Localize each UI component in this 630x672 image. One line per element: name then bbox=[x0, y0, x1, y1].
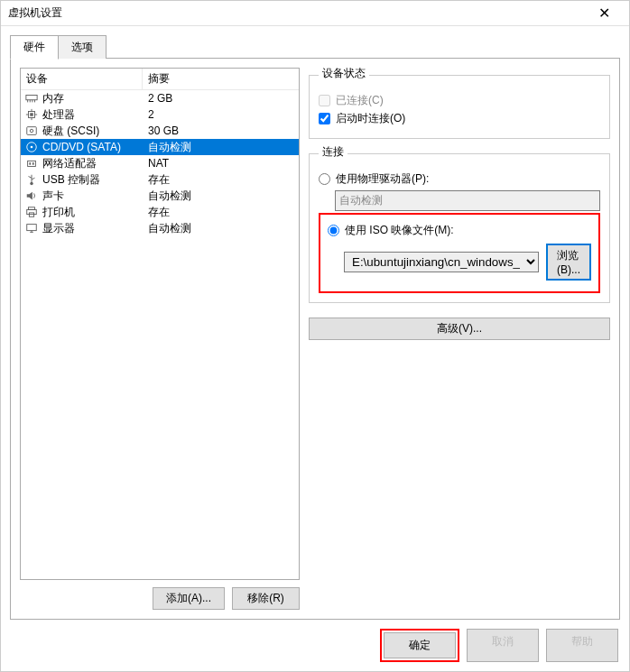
disk-icon bbox=[23, 124, 41, 137]
hardware-device-label: 处理器 bbox=[41, 107, 143, 123]
connect-poweron-row[interactable]: 启动时连接(O) bbox=[319, 111, 600, 126]
tab-strip: 硬件 选项 bbox=[10, 35, 620, 59]
connect-poweron-checkbox[interactable] bbox=[319, 113, 330, 124]
hardware-summary-label: 自动检测 bbox=[143, 140, 299, 155]
hardware-device-label: 声卡 bbox=[41, 189, 143, 204]
connect-poweron-label: 启动时连接(O) bbox=[336, 111, 405, 126]
hardware-summary-label: 自动检测 bbox=[143, 189, 299, 204]
printer-icon bbox=[23, 206, 41, 218]
svg-rect-0 bbox=[26, 96, 37, 100]
remove-button[interactable]: 移除(R) bbox=[232, 587, 300, 610]
svg-marker-22 bbox=[27, 192, 32, 200]
advanced-button[interactable]: 高级(V)... bbox=[309, 318, 610, 340]
device-status-legend: 设备状态 bbox=[319, 66, 369, 81]
hardware-device-label: 硬盘 (SCSI) bbox=[41, 124, 143, 139]
hardware-row-memory[interactable]: 内存 2 GB bbox=[21, 90, 299, 106]
connected-checkbox bbox=[319, 95, 330, 106]
connection-legend: 连接 bbox=[319, 144, 347, 160]
connection-group: 连接 使用物理驱动器(P): 自动检测 使用 ISO 映像文件(M): bbox=[309, 146, 610, 303]
add-button[interactable]: 添加(A)... bbox=[153, 587, 225, 610]
svg-rect-16 bbox=[29, 162, 31, 165]
browse-button[interactable]: 浏览(B)... bbox=[546, 244, 591, 281]
hardware-row-cpu[interactable]: 处理器 2 bbox=[21, 106, 299, 123]
tab-options[interactable]: 选项 bbox=[58, 35, 107, 59]
svg-rect-26 bbox=[27, 225, 37, 231]
hardware-summary-label: 2 GB bbox=[143, 92, 299, 105]
iso-path-dropdown[interactable]: E:\ubuntujinxiang\cn_windows_ bbox=[344, 252, 539, 272]
ok-button[interactable]: 确定 bbox=[384, 632, 456, 658]
hardware-row-cd[interactable]: CD/DVD (SATA) 自动检测 bbox=[21, 139, 299, 155]
hardware-row-sound[interactable]: 声卡 自动检测 bbox=[21, 188, 299, 204]
hardware-row-disk[interactable]: 硬盘 (SCSI) 30 GB bbox=[21, 123, 299, 139]
hardware-device-label: 内存 bbox=[41, 91, 143, 106]
hardware-row-display[interactable]: 显示器 自动检测 bbox=[21, 220, 299, 236]
window-title: 虚拟机设置 bbox=[8, 5, 586, 21]
hardware-device-label: 打印机 bbox=[41, 205, 143, 220]
display-icon bbox=[23, 222, 41, 235]
iso-radio-row[interactable]: 使用 ISO 映像文件(M): bbox=[328, 223, 591, 238]
svg-rect-6 bbox=[30, 113, 33, 116]
hardware-summary-label: 2 bbox=[143, 108, 299, 121]
connected-label: 已连接(C) bbox=[336, 93, 384, 108]
hardware-summary-label: 30 GB bbox=[143, 124, 299, 137]
hardware-row-printer[interactable]: 打印机 存在 bbox=[21, 204, 299, 220]
svg-line-21 bbox=[32, 178, 35, 180]
svg-point-12 bbox=[30, 129, 33, 133]
ok-highlight: 确定 bbox=[380, 629, 459, 662]
hardware-summary-label: 自动检测 bbox=[143, 221, 299, 236]
column-device: 设备 bbox=[21, 69, 143, 89]
cancel-button[interactable]: 取消 bbox=[467, 629, 539, 662]
hardware-device-label: CD/DVD (SATA) bbox=[41, 141, 143, 153]
iso-radio-label: 使用 ISO 映像文件(M): bbox=[345, 223, 454, 238]
iso-radio[interactable] bbox=[328, 225, 339, 236]
physical-radio-row[interactable]: 使用物理驱动器(P): bbox=[319, 171, 600, 187]
sound-icon bbox=[23, 189, 41, 202]
physical-radio[interactable] bbox=[319, 173, 330, 185]
connected-checkbox-row: 已连接(C) bbox=[319, 93, 600, 108]
physical-radio-label: 使用物理驱动器(P): bbox=[336, 171, 429, 187]
cpu-icon bbox=[23, 108, 41, 121]
help-button[interactable]: 帮助 bbox=[546, 629, 618, 662]
hardware-list[interactable]: 设备 摘要 内存 2 GB 处理器 2 硬盘 (SCSI) 30 GB CD/D… bbox=[20, 68, 300, 580]
hardware-row-usb[interactable]: USB 控制器 存在 bbox=[21, 171, 299, 188]
close-icon[interactable]: ✕ bbox=[586, 2, 622, 25]
svg-rect-24 bbox=[27, 209, 37, 214]
hardware-summary-label: NAT bbox=[143, 157, 299, 170]
svg-point-14 bbox=[31, 146, 33, 149]
hardware-device-label: 网络适配器 bbox=[41, 156, 143, 171]
hardware-device-label: USB 控制器 bbox=[41, 172, 143, 188]
svg-rect-11 bbox=[27, 127, 37, 135]
hardware-summary-label: 存在 bbox=[143, 172, 299, 188]
hardware-device-label: 显示器 bbox=[41, 221, 143, 236]
svg-rect-15 bbox=[28, 161, 36, 166]
column-summary: 摘要 bbox=[143, 69, 299, 89]
svg-line-20 bbox=[29, 177, 32, 179]
svg-rect-17 bbox=[32, 162, 34, 165]
hardware-row-net[interactable]: 网络适配器 NAT bbox=[21, 155, 299, 171]
net-icon bbox=[23, 157, 41, 170]
physical-dropdown: 自动检测 bbox=[335, 190, 600, 211]
iso-highlight-box: 使用 ISO 映像文件(M): E:\ubuntujinxiang\cn_win… bbox=[319, 213, 600, 293]
memory-icon bbox=[23, 92, 41, 105]
cd-icon bbox=[23, 141, 41, 153]
tab-hardware[interactable]: 硬件 bbox=[10, 35, 59, 60]
hardware-summary-label: 存在 bbox=[143, 205, 299, 220]
usb-icon bbox=[23, 173, 41, 186]
device-status-group: 设备状态 已连接(C) 启动时连接(O) bbox=[309, 68, 610, 139]
